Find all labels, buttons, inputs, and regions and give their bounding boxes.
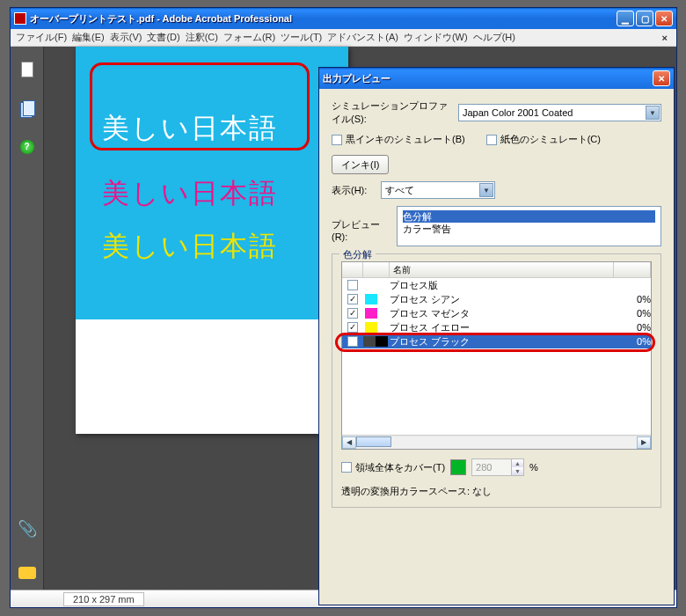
display-select[interactable]: すべて ▼	[381, 181, 495, 199]
ink-button-label: インキ(I)	[341, 158, 379, 172]
separation-name: プロセス版	[390, 279, 614, 292]
pdf-icon	[14, 12, 26, 25]
help-icon[interactable]: ?	[18, 138, 36, 156]
menu-edit[interactable]: 編集(E)	[72, 31, 105, 44]
preview-listbox[interactable]: 色分解 カラー警告	[397, 206, 661, 246]
close-doc-button[interactable]: ×	[659, 33, 671, 43]
scroll-thumb[interactable]	[356, 436, 391, 447]
page-dimensions: 210 x 297 mm	[63, 592, 144, 606]
separation-pct: 0%	[614, 322, 651, 333]
display-label: 表示(H):	[332, 184, 376, 197]
separation-pct: 0%	[614, 294, 651, 304]
sample-text-magenta: 美しい日本語	[102, 175, 278, 212]
separation-pct: 0%	[614, 308, 651, 319]
scroll-right-button[interactable]: ▶	[637, 436, 651, 449]
separation-name: プロセス シアン	[390, 293, 614, 306]
sim-profile-value: Japan Color 2001 Coated	[463, 107, 573, 118]
transparency-value: なし	[472, 486, 492, 496]
checkbox-icon	[486, 135, 497, 145]
cover-checkbox[interactable]: 領域全体をカバー(T)	[341, 461, 445, 474]
sample-text-white: 美しい日本語	[102, 110, 278, 147]
separation-row[interactable]: プロセス シアン0%	[342, 292, 651, 306]
sim-profile-select[interactable]: Japan Color 2001 Coated ▼	[458, 104, 661, 121]
minimize-button[interactable]: ▁	[617, 11, 634, 26]
checkbox-icon	[332, 135, 342, 145]
checkbox-icon[interactable]	[347, 294, 358, 304]
menu-file[interactable]: ファイル(F)	[16, 31, 67, 44]
checkbox-icon	[341, 462, 352, 473]
menu-forms[interactable]: フォーム(R)	[223, 31, 275, 44]
menu-tools[interactable]: ツール(T)	[281, 31, 322, 44]
chevron-down-icon: ▼	[479, 183, 493, 197]
separation-row[interactable]: プロセス マゼンタ0%	[342, 306, 651, 320]
display-value: すべて	[385, 184, 414, 197]
scroll-track[interactable]	[356, 436, 637, 449]
color-swatch	[365, 294, 377, 304]
window-title: オーバープリントテスト.pdf - Adobe Acrobat Professi…	[30, 12, 617, 26]
separations-table: 名前 プロセス版プロセス シアン0%プロセス マゼンタ0%プロセス イエロー0%…	[341, 261, 652, 450]
color-swatch	[365, 322, 377, 333]
menu-window[interactable]: ウィンドウ(W)	[404, 31, 468, 44]
menu-view[interactable]: 表示(V)	[110, 31, 142, 44]
coverage-color-swatch[interactable]	[450, 459, 466, 475]
separation-name: プロセス マゼンタ	[390, 307, 614, 320]
coverage-input[interactable]	[472, 462, 511, 473]
annotation-red-oval	[335, 333, 655, 352]
col-name: 名前	[390, 262, 614, 277]
coverage-unit: %	[529, 462, 538, 473]
close-button[interactable]: ✕	[655, 11, 673, 26]
menu-advanced[interactable]: アドバンスト(A)	[327, 31, 398, 44]
thumbnails-icon[interactable]	[18, 99, 36, 117]
menu-comments[interactable]: 注釈(C)	[186, 31, 218, 44]
scroll-left-button[interactable]: ◀	[342, 436, 356, 449]
sample-text-yellow: 美しい日本語	[102, 228, 278, 265]
spin-up-icon[interactable]: ▲	[511, 459, 523, 467]
sim-paper-label: 紙色のシミュレート(C)	[500, 133, 601, 146]
color-swatch	[365, 308, 377, 319]
separation-row[interactable]: プロセス版	[342, 278, 651, 292]
pages-icon[interactable]	[18, 61, 36, 78]
preview-option-separations[interactable]: 色分解	[403, 210, 655, 223]
sim-black-ink-checkbox[interactable]: 黒インキのシミュレート(B)	[332, 133, 465, 146]
h-scrollbar[interactable]: ◀ ▶	[342, 435, 651, 449]
checkbox-icon[interactable]	[347, 308, 358, 319]
checkbox-icon[interactable]	[347, 322, 358, 333]
spin-down-icon[interactable]: ▼	[511, 467, 523, 475]
fieldset-legend: 色分解	[339, 248, 376, 261]
separations-fieldset: 色分解 名前 プロセス版プロセス シアン0%プロセス マゼンタ0%プロセス イエ…	[332, 253, 661, 508]
page-cyan-area: 美しい日本語 美しい日本語 美しい日本語	[76, 47, 348, 319]
pdf-page: 美しい日本語 美しい日本語 美しい日本語	[76, 47, 348, 434]
cover-label: 領域全体をカバー(T)	[355, 461, 445, 474]
ink-button[interactable]: インキ(I)	[332, 155, 389, 174]
attachments-icon[interactable]: 📎	[18, 519, 37, 539]
output-preview-dialog: 出力プレビュー ✕ シミュレーションプロファイル(S): Japan Color…	[318, 67, 675, 605]
left-toolbar: ? 📎	[11, 47, 44, 590]
sim-profile-label: シミュレーションプロファイル(S):	[332, 99, 453, 126]
menubar[interactable]: ファイル(F) 編集(E) 表示(V) 文書(D) 注釈(C) フォーム(R) …	[11, 29, 676, 47]
checkbox-icon[interactable]	[347, 280, 358, 290]
preview-option-color-warning[interactable]: カラー警告	[403, 223, 655, 235]
dialog-titlebar[interactable]: 出力プレビュー ✕	[319, 68, 674, 89]
table-header: 名前	[342, 262, 651, 278]
transparency-label: 透明の変換用カラースペース:	[341, 486, 470, 496]
maximize-button[interactable]: ▢	[636, 11, 653, 26]
menu-help[interactable]: ヘルプ(H)	[473, 31, 515, 44]
main-titlebar[interactable]: オーバープリントテスト.pdf - Adobe Acrobat Professi…	[11, 8, 676, 29]
dialog-close-button[interactable]: ✕	[653, 70, 670, 86]
dialog-title: 出力プレビュー	[323, 72, 653, 85]
menu-document[interactable]: 文書(D)	[147, 31, 179, 44]
color-swatch	[365, 280, 377, 290]
coverage-spinner[interactable]: ▲▼	[471, 458, 524, 476]
sim-paper-checkbox[interactable]: 紙色のシミュレート(C)	[486, 133, 601, 146]
chevron-down-icon: ▼	[646, 106, 660, 120]
comments-icon[interactable]	[18, 567, 36, 579]
sim-black-ink-label: 黒インキのシミュレート(B)	[346, 133, 465, 146]
preview-label: プレビュー(R):	[332, 206, 391, 242]
